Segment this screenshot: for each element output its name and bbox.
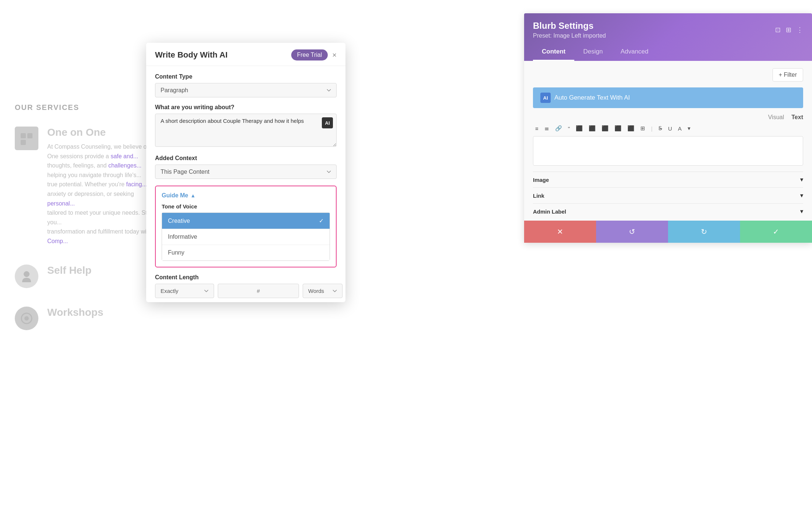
content-type-select[interactable]: Paragraph List Heading [155, 83, 337, 97]
content-length-number-input[interactable] [218, 284, 299, 298]
ai-icon: AI [540, 93, 551, 103]
content-length-label: Content Length [155, 274, 337, 281]
section-header-3[interactable]: Admin Label ▾ [533, 203, 803, 219]
quote-btn[interactable]: " [566, 124, 572, 133]
tab-content[interactable]: Content [533, 44, 574, 61]
services-section: OUR SERVICES One on One At Compass Couns… [15, 103, 155, 349]
ai-modal-header: Write Body With AI Free Trial × [146, 43, 345, 66]
service-content-2: Self Help [47, 265, 92, 280]
svg-rect-0 [21, 133, 26, 138]
service-icon-2 [15, 265, 38, 288]
content-length-row: Exactly At least At most Words Sentences… [155, 284, 337, 298]
chevron-down-icon-2: ▾ [800, 192, 803, 199]
content-type-group: Content Type Paragraph List Heading [155, 73, 337, 97]
section-header-1[interactable]: Image ▾ [533, 172, 803, 187]
guide-me-section: Guide Me ▲ Tone of Voice Creative ✓ Info… [155, 186, 337, 267]
color-btn[interactable]: A [676, 124, 684, 133]
blurb-header-icons: ⊡ ⊞ ⋮ [775, 26, 803, 34]
page-background: OUR SERVICES One on One At Compass Couns… [0, 0, 812, 508]
align-center-btn[interactable]: ⬛ [586, 124, 598, 133]
underline-btn[interactable]: U [666, 124, 674, 133]
svg-rect-2 [21, 140, 26, 145]
bottom-action-bar: ✕ ↺ ↻ ✓ [524, 221, 812, 243]
writing-about-label: What are you writing about? [155, 104, 337, 111]
tone-of-voice-label: Tone of Voice [162, 203, 330, 210]
list-unordered-btn[interactable]: ≡ [533, 124, 541, 133]
service-content-3: Workshops [47, 307, 103, 322]
editor-area[interactable] [533, 136, 803, 166]
svg-rect-1 [27, 133, 32, 138]
service-icon-3 [15, 307, 38, 330]
guide-me-arrow: ▲ [190, 193, 196, 198]
ai-modal-header-right: Free Trial × [291, 49, 337, 61]
editor-toolbar: ≡ ≣ 🔗 " ⬛ ⬛ ⬛ ⬛ ⬛ ⊞ | S̶ U A ▾ [533, 124, 803, 133]
close-icon: ✕ [557, 227, 563, 236]
tone-funny-label: Funny [168, 249, 184, 256]
tab-advanced[interactable]: Advanced [612, 44, 657, 61]
services-label: OUR SERVICES [15, 103, 155, 112]
chevron-down-icon-3: ▾ [800, 208, 803, 215]
tone-informative-label: Informative [168, 234, 197, 240]
section-header-1-label: Image [533, 177, 549, 183]
tone-creative-label: Creative [168, 218, 190, 224]
content-length-unit-select[interactable]: Words Sentences Paragraphs [303, 284, 343, 298]
content-type-label: Content Type [155, 73, 337, 80]
tone-dropdown: Creative ✓ Informative Funny [162, 212, 330, 261]
section-header-2-label: Link [533, 193, 544, 199]
blurb-preset: Preset: Image Left imported [533, 32, 606, 39]
align-left-btn[interactable]: ⬛ [574, 124, 585, 133]
tone-option-funny[interactable]: Funny [162, 245, 330, 260]
free-trial-badge: Free Trial [291, 49, 328, 61]
modal-close-button[interactable]: × [332, 51, 337, 59]
content-length-quantity-select[interactable]: Exactly At least At most [155, 284, 214, 298]
added-context-label: Added Context [155, 155, 337, 162]
text-tab[interactable]: Text [791, 114, 803, 121]
tone-option-creative[interactable]: Creative ✓ [162, 213, 330, 229]
added-context-select[interactable]: This Page Content None Custom [155, 165, 337, 179]
align-justify-btn[interactable]: ⬛ [612, 124, 624, 133]
guide-me-label: Guide Me [162, 192, 188, 199]
more-icon[interactable]: ⋮ [796, 26, 803, 34]
cancel-button[interactable]: ✕ [524, 221, 596, 243]
filter-bar: + Filter [533, 68, 803, 82]
textarea-wrapper: A short description about Couple Therapy… [155, 114, 337, 148]
added-context-group: Added Context This Page Content None Cus… [155, 155, 337, 179]
section-header-2[interactable]: Link ▾ [533, 187, 803, 203]
chevron-down-icon-1: ▾ [800, 176, 803, 183]
service-icon-1 [15, 127, 38, 150]
writing-about-textarea[interactable]: A short description about Couple Therapy… [155, 114, 337, 147]
service-item-2: Self Help [15, 265, 155, 288]
dropdown-btn[interactable]: ▾ [685, 124, 693, 133]
strikethrough-btn[interactable]: S̶ [656, 124, 664, 133]
grid-icon[interactable]: ⊞ [786, 26, 791, 34]
blurb-tabs: Content Design Advanced [533, 44, 803, 61]
visual-tab[interactable]: Visual [768, 114, 784, 121]
tab-design[interactable]: Design [574, 44, 612, 61]
redo-button[interactable]: ↻ [668, 221, 740, 243]
service-item-1: One on One At Compass Counseling, we bel… [15, 127, 155, 246]
window-icon[interactable]: ⊡ [775, 26, 781, 34]
list-ordered-btn[interactable]: ≣ [542, 124, 551, 133]
service-name-1: One on One [47, 127, 155, 138]
service-description-1: At Compass Counseling, we believe on-One… [47, 142, 155, 246]
ai-modal-body: Content Type Paragraph List Heading What… [146, 66, 345, 302]
filter-button[interactable]: + Filter [773, 68, 803, 82]
service-content-1: One on One At Compass Counseling, we bel… [47, 127, 155, 246]
align-right-btn[interactable]: ⬛ [599, 124, 611, 133]
writing-about-group: What are you writing about? A short desc… [155, 104, 337, 148]
save-button[interactable]: ✓ [740, 221, 812, 243]
link-btn[interactable]: 🔗 [553, 124, 564, 133]
guide-me-header[interactable]: Guide Me ▲ [162, 192, 330, 199]
indent-btn[interactable]: ⬛ [625, 124, 637, 133]
tone-option-informative[interactable]: Informative [162, 229, 330, 245]
auto-generate-label: Auto Generate Text With AI [554, 94, 630, 101]
content-length-group: Content Length Exactly At least At most … [155, 274, 337, 298]
service-name-2: Self Help [47, 265, 92, 276]
svg-point-4 [24, 316, 29, 321]
ai-modal-title: Write Body With AI [155, 50, 228, 60]
auto-generate-bar[interactable]: AI Auto Generate Text With AI [533, 87, 803, 108]
undo-button[interactable]: ↺ [596, 221, 668, 243]
ai-write-modal: Write Body With AI Free Trial × Content … [146, 43, 345, 302]
table-btn[interactable]: ⊞ [638, 124, 647, 133]
check-icon: ✓ [773, 227, 779, 236]
